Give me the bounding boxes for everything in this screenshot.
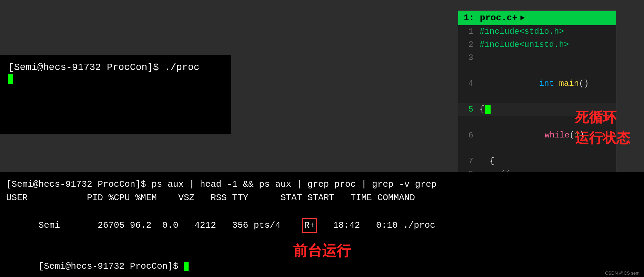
code-content-7: { bbox=[480, 155, 494, 167]
annotation-run-state: 运行状态 bbox=[575, 127, 630, 148]
top-section: [Semi@hecs-91732 ProcCon]$ ./proc 1: pro… bbox=[0, 0, 644, 172]
bottom-line-3-suffix: 18:42 0:10 ./proc bbox=[317, 220, 435, 230]
bottom-line-1: [Semi@hecs-91732 ProcCon]$ ps aux | head… bbox=[6, 178, 638, 191]
bottom-terminal: [Semi@hecs-91732 ProcCon]$ ps aux | head… bbox=[0, 172, 644, 277]
line-num-6: 6 bbox=[461, 129, 473, 142]
line-num-3: 3 bbox=[461, 51, 473, 64]
bottom-line-3: Semi 26705 96.2 0.0 4212 356 pts/4 R+ 18… bbox=[6, 205, 638, 246]
keyword-while: while bbox=[545, 131, 570, 140]
code-tab: 1: proc.c+ ► bbox=[458, 11, 616, 25]
annotation-dead-loop: 死循环 bbox=[575, 107, 630, 127]
code-line-7: 7 { bbox=[458, 154, 616, 167]
bottom-prompt: [Semi@hecs-91732 ProcCon]$ bbox=[39, 261, 184, 271]
line-num-1: 1 bbox=[461, 25, 473, 38]
line-num-7: 7 bbox=[461, 155, 473, 167]
bottom-line-3-prefix: Semi 26705 96.2 0.0 4212 356 pts/4 bbox=[39, 220, 302, 230]
left-terminal: [Semi@hecs-91732 ProcCon]$ ./proc bbox=[0, 55, 231, 134]
editor-cursor bbox=[485, 105, 491, 114]
left-terminal-cursor-line bbox=[8, 73, 223, 84]
code-line-3: 3 bbox=[458, 51, 616, 64]
left-terminal-prompt: [Semi@hecs-91732 ProcCon]$ ./proc bbox=[8, 62, 223, 73]
tab-arrow-icon: ► bbox=[520, 14, 525, 22]
terminal-cursor bbox=[8, 74, 13, 84]
bottom-line-2: USER PID %CPU %MEM VSZ RSS TTY STAT STAR… bbox=[6, 191, 638, 205]
code-content-1: #include<stdio.h> bbox=[480, 25, 564, 38]
code-content-2: #include<unistd.h> bbox=[480, 38, 569, 51]
annotation-area: 死循环 运行状态 bbox=[575, 107, 630, 148]
code-content-5: { bbox=[480, 103, 491, 116]
watermark: CSDN @CS semi bbox=[605, 270, 641, 276]
code-line-2: 2 #include<unistd.h> bbox=[458, 38, 616, 51]
code-content-4: int main() bbox=[480, 64, 589, 103]
annotation-foreground: 前台运行 bbox=[293, 241, 351, 260]
main-container: [Semi@hecs-91732 ProcCon]$ ./proc 1: pro… bbox=[0, 0, 644, 277]
code-content-6: while(1) bbox=[480, 116, 584, 155]
line-num-4: 4 bbox=[461, 77, 473, 90]
code-line-1: 1 #include<stdio.h> bbox=[458, 25, 616, 38]
keyword-int: int bbox=[539, 79, 559, 88]
punc-while: ( bbox=[570, 131, 574, 140]
bottom-cursor bbox=[184, 262, 189, 271]
punc-parens: () bbox=[579, 79, 589, 88]
code-tab-label: 1: proc.c+ bbox=[464, 13, 517, 23]
stat-box: R+ bbox=[302, 218, 317, 233]
keyword-main: main bbox=[559, 79, 579, 88]
code-line-4: 4 int main() bbox=[458, 64, 616, 103]
line-num-5: 5 bbox=[461, 103, 473, 116]
line-num-2: 2 bbox=[461, 38, 473, 51]
